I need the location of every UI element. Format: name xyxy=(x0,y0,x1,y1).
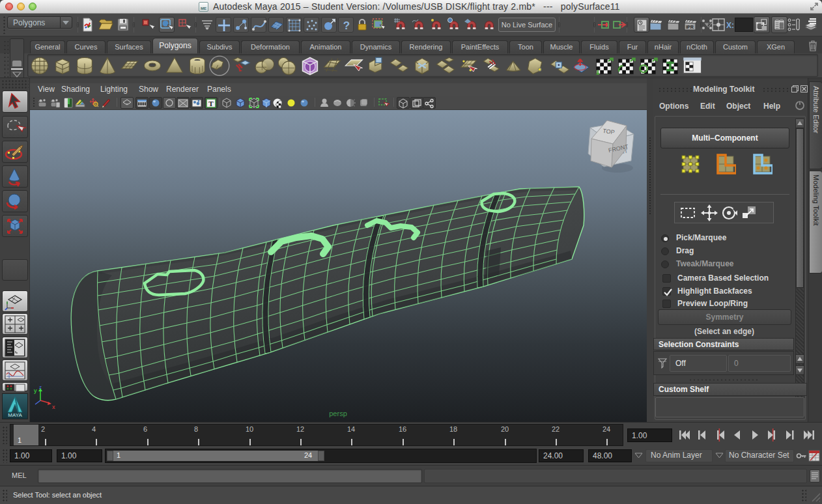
svg-text:T: T xyxy=(208,100,214,107)
svg-text:y: y xyxy=(34,387,37,394)
svg-text:z: z xyxy=(39,384,42,390)
svg-text:?: ? xyxy=(343,20,350,32)
svg-text:IPR: IPR xyxy=(686,25,694,29)
svg-text:persp: persp xyxy=(329,410,347,417)
svg-text:MAYA: MAYA xyxy=(8,412,22,418)
svg-text:x: x xyxy=(52,404,55,410)
